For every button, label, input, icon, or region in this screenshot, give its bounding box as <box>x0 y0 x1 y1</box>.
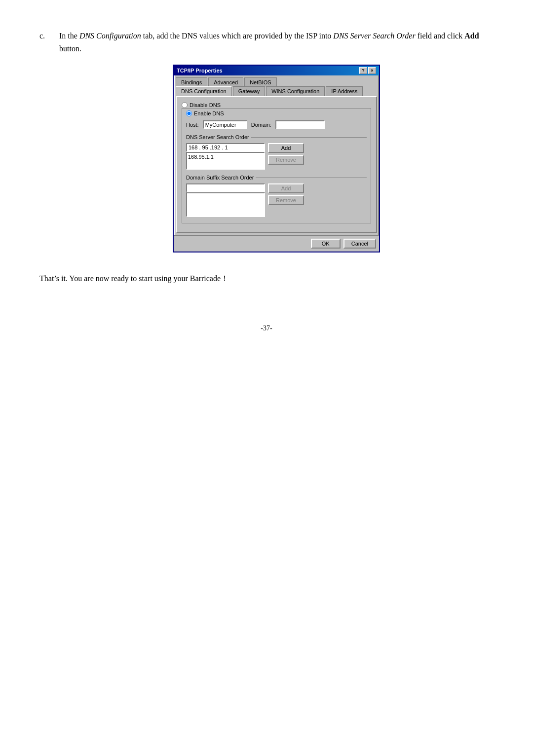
host-label: Host: <box>186 122 199 128</box>
enable-dns-radio[interactable] <box>186 110 192 116</box>
dialog-titlebar: TCP/IP Properties ? × <box>174 66 379 75</box>
enable-dns-radio-item: Enable DNS <box>186 110 367 116</box>
close-button[interactable]: × <box>368 67 376 74</box>
dns-server-input[interactable] <box>186 143 265 152</box>
ok-button[interactable]: OK <box>311 239 341 249</box>
disable-dns-radio[interactable] <box>182 102 188 108</box>
tab-dns-configuration[interactable]: DNS Configuration <box>176 86 232 96</box>
suffix-input[interactable] <box>186 183 265 192</box>
tab-container: Bindings Advanced NetBIOS DNS Configurat… <box>174 75 379 235</box>
page-content: c. In the DNS Configuration tab, add the… <box>39 30 494 332</box>
instruction-label: c. <box>39 30 51 55</box>
suffix-remove-button[interactable]: Remove <box>268 195 304 205</box>
dns-server-input-row: 168.95.1.1 Add Remove <box>186 143 367 170</box>
tab-row-1: Bindings Advanced NetBIOS <box>176 77 377 87</box>
dns-server-buttons: Add Remove <box>268 143 304 165</box>
page-number: -37- <box>39 324 494 332</box>
domain-label: Domain: <box>251 122 271 128</box>
tab-netbios[interactable]: NetBIOS <box>244 77 276 87</box>
dns-remove-button[interactable]: Remove <box>268 155 304 165</box>
suffix-section-label-row: Domain Suffix Search Order <box>186 175 367 180</box>
suffix-list-area <box>186 183 265 217</box>
instruction-item-c: c. In the DNS Configuration tab, add the… <box>39 30 494 55</box>
tab-ip-address[interactable]: IP Address <box>326 86 363 96</box>
cancel-button[interactable]: Cancel <box>343 239 376 249</box>
tab-bindings[interactable]: Bindings <box>176 77 207 87</box>
tab-gateway[interactable]: Gateway <box>233 86 265 96</box>
suffix-list[interactable] <box>186 192 265 217</box>
enable-dns-group: Enable DNS Host: Domain: DNS Server Sear… <box>182 108 371 223</box>
host-input[interactable] <box>203 120 247 129</box>
disable-dns-label: Disable DNS <box>190 102 221 108</box>
dns-section-label-row: DNS Server Search Order <box>186 134 367 140</box>
titlebar-buttons: ? × <box>359 67 376 74</box>
dns-section-label: DNS Server Search Order <box>186 134 249 140</box>
help-button[interactable]: ? <box>359 67 367 74</box>
suffix-buttons: Add Remove <box>268 183 304 205</box>
dialog-footer: OK Cancel <box>174 235 379 252</box>
tab-advanced[interactable]: Advanced <box>208 77 243 87</box>
dialog-title: TCP/IP Properties <box>177 68 223 73</box>
tab-wins-configuration[interactable]: WINS Configuration <box>266 86 325 96</box>
dns-server-list[interactable]: 168.95.1.1 <box>186 152 265 170</box>
tab-dns-content: Disable DNS Enable DNS Host: Domain: <box>176 96 377 233</box>
host-domain-row: Host: Domain: <box>186 120 367 129</box>
dns-section-line <box>251 137 367 138</box>
suffix-section-label: Domain Suffix Search Order <box>186 175 254 180</box>
footer-text: That’s it. You are now ready to start us… <box>39 272 494 285</box>
suffix-add-button[interactable]: Add <box>268 183 304 193</box>
suffix-section-line <box>256 178 367 178</box>
dns-add-button[interactable]: Add <box>268 143 304 153</box>
instruction-text: In the DNS Configuration tab, add the DN… <box>59 30 494 55</box>
dialog-wrapper: TCP/IP Properties ? × Bindings Advanced <box>59 65 494 252</box>
tab-row-2: DNS Configuration Gateway WINS Configura… <box>176 86 377 96</box>
disable-dns-radio-item: Disable DNS <box>182 102 371 108</box>
dns-list-item: 168.95.1.1 <box>188 154 263 160</box>
dns-list-area: 168.95.1.1 <box>186 143 265 170</box>
domain-input[interactable] <box>275 120 325 129</box>
enable-dns-label: Enable DNS <box>194 110 224 116</box>
tcpip-dialog: TCP/IP Properties ? × Bindings Advanced <box>173 65 380 252</box>
suffix-input-row: Add Remove <box>186 183 367 217</box>
